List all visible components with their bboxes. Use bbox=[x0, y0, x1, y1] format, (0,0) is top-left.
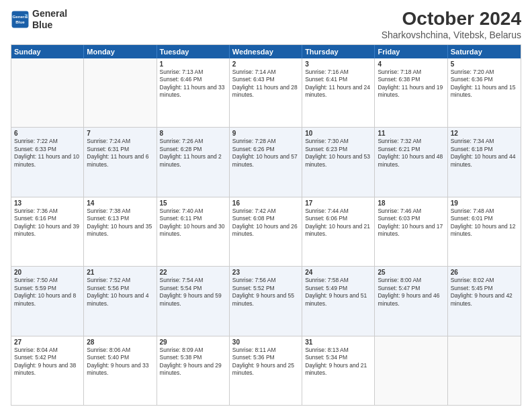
empty-cell bbox=[375, 336, 447, 405]
day-number: 10 bbox=[305, 130, 371, 137]
day-info: Sunrise: 7:26 AM Sunset: 6:28 PM Dayligh… bbox=[160, 138, 226, 169]
day-info: Sunrise: 7:34 AM Sunset: 6:18 PM Dayligh… bbox=[451, 138, 518, 169]
day-info: Sunrise: 8:02 AM Sunset: 5:45 PM Dayligh… bbox=[451, 277, 518, 308]
day-info: Sunrise: 7:13 AM Sunset: 6:46 PM Dayligh… bbox=[160, 68, 226, 99]
day-cell-8: 8Sunrise: 7:26 AM Sunset: 6:28 PM Daylig… bbox=[157, 128, 230, 196]
day-cell-31: 31Sunrise: 8:13 AM Sunset: 5:34 PM Dayli… bbox=[302, 336, 375, 405]
title-section: October 2024 Sharkovshchina, Vitebsk, Be… bbox=[382, 8, 521, 40]
svg-text:Blue: Blue bbox=[15, 19, 25, 24]
day-info: Sunrise: 7:50 AM Sunset: 5:59 PM Dayligh… bbox=[14, 277, 81, 308]
day-info: Sunrise: 7:48 AM Sunset: 6:01 PM Dayligh… bbox=[451, 208, 518, 238]
logo: General Blue General Blue bbox=[11, 8, 67, 31]
calendar: SundayMondayTuesdayWednesdayThursdayFrid… bbox=[11, 44, 521, 406]
day-cell-14: 14Sunrise: 7:38 AM Sunset: 6:13 PM Dayli… bbox=[84, 197, 157, 266]
calendar-row: 20Sunrise: 7:50 AM Sunset: 5:59 PM Dayli… bbox=[11, 267, 521, 336]
day-cell-3: 3Sunrise: 7:16 AM Sunset: 6:41 PM Daylig… bbox=[302, 58, 375, 127]
day-number: 13 bbox=[14, 199, 81, 207]
calendar-row: 13Sunrise: 7:36 AM Sunset: 6:16 PM Dayli… bbox=[11, 197, 521, 267]
day-info: Sunrise: 7:16 AM Sunset: 6:41 PM Dayligh… bbox=[305, 68, 371, 99]
day-number: 4 bbox=[378, 60, 444, 68]
day-number: 24 bbox=[305, 269, 371, 276]
header-cell-thursday: Thursday bbox=[302, 45, 375, 58]
day-info: Sunrise: 8:04 AM Sunset: 5:42 PM Dayligh… bbox=[14, 347, 81, 377]
day-number: 14 bbox=[87, 199, 153, 207]
empty-cell bbox=[448, 336, 521, 405]
day-number: 20 bbox=[14, 269, 81, 276]
day-info: Sunrise: 7:32 AM Sunset: 6:21 PM Dayligh… bbox=[378, 138, 444, 169]
day-info: Sunrise: 7:22 AM Sunset: 6:33 PM Dayligh… bbox=[14, 138, 81, 169]
day-info: Sunrise: 8:09 AM Sunset: 5:38 PM Dayligh… bbox=[160, 347, 226, 377]
day-info: Sunrise: 8:06 AM Sunset: 5:40 PM Dayligh… bbox=[87, 347, 153, 377]
day-cell-11: 11Sunrise: 7:32 AM Sunset: 6:21 PM Dayli… bbox=[375, 128, 447, 196]
day-number: 11 bbox=[378, 130, 444, 137]
page: General Blue General Blue October 2024 S… bbox=[0, 0, 532, 411]
day-cell-10: 10Sunrise: 7:30 AM Sunset: 6:23 PM Dayli… bbox=[302, 128, 375, 196]
calendar-row: 27Sunrise: 8:04 AM Sunset: 5:42 PM Dayli… bbox=[11, 336, 521, 405]
day-number: 19 bbox=[451, 199, 518, 207]
day-cell-9: 9Sunrise: 7:28 AM Sunset: 6:26 PM Daylig… bbox=[230, 128, 302, 196]
header-cell-saturday: Saturday bbox=[448, 45, 521, 58]
day-cell-1: 1Sunrise: 7:13 AM Sunset: 6:46 PM Daylig… bbox=[157, 58, 230, 127]
day-number: 23 bbox=[232, 269, 299, 276]
day-number: 22 bbox=[160, 269, 226, 276]
day-cell-15: 15Sunrise: 7:40 AM Sunset: 6:11 PM Dayli… bbox=[157, 197, 230, 266]
day-number: 17 bbox=[305, 199, 371, 207]
day-info: Sunrise: 7:56 AM Sunset: 5:52 PM Dayligh… bbox=[232, 277, 299, 308]
day-number: 29 bbox=[160, 338, 226, 346]
day-cell-5: 5Sunrise: 7:20 AM Sunset: 6:36 PM Daylig… bbox=[448, 58, 521, 127]
day-cell-22: 22Sunrise: 7:54 AM Sunset: 5:54 PM Dayli… bbox=[157, 267, 230, 335]
empty-cell bbox=[84, 58, 157, 127]
day-info: Sunrise: 7:52 AM Sunset: 5:56 PM Dayligh… bbox=[87, 277, 153, 308]
day-number: 2 bbox=[232, 60, 299, 68]
day-info: Sunrise: 7:28 AM Sunset: 6:26 PM Dayligh… bbox=[232, 138, 299, 169]
day-number: 6 bbox=[14, 130, 81, 137]
day-number: 3 bbox=[305, 60, 371, 68]
logo-icon: General Blue bbox=[11, 10, 30, 29]
day-number: 21 bbox=[87, 269, 153, 276]
day-cell-16: 16Sunrise: 7:42 AM Sunset: 6:08 PM Dayli… bbox=[230, 197, 302, 266]
day-number: 27 bbox=[14, 338, 81, 346]
day-info: Sunrise: 7:54 AM Sunset: 5:54 PM Dayligh… bbox=[160, 277, 226, 308]
day-cell-30: 30Sunrise: 8:11 AM Sunset: 5:36 PM Dayli… bbox=[230, 336, 302, 405]
day-info: Sunrise: 7:36 AM Sunset: 6:16 PM Dayligh… bbox=[14, 208, 81, 238]
day-number: 5 bbox=[451, 60, 518, 68]
day-cell-17: 17Sunrise: 7:44 AM Sunset: 6:06 PM Dayli… bbox=[302, 197, 375, 266]
day-number: 9 bbox=[232, 130, 299, 137]
day-cell-19: 19Sunrise: 7:48 AM Sunset: 6:01 PM Dayli… bbox=[448, 197, 521, 266]
day-cell-18: 18Sunrise: 7:46 AM Sunset: 6:03 PM Dayli… bbox=[375, 197, 447, 266]
day-number: 1 bbox=[160, 60, 226, 68]
day-number: 16 bbox=[232, 199, 299, 207]
day-cell-25: 25Sunrise: 8:00 AM Sunset: 5:47 PM Dayli… bbox=[375, 267, 447, 335]
header-cell-sunday: Sunday bbox=[11, 45, 84, 58]
day-number: 15 bbox=[160, 199, 226, 207]
header-cell-monday: Monday bbox=[84, 45, 157, 58]
header: General Blue General Blue October 2024 S… bbox=[11, 8, 521, 40]
calendar-header: SundayMondayTuesdayWednesdayThursdayFrid… bbox=[11, 45, 521, 58]
day-info: Sunrise: 7:30 AM Sunset: 6:23 PM Dayligh… bbox=[305, 138, 371, 169]
day-info: Sunrise: 7:20 AM Sunset: 6:36 PM Dayligh… bbox=[451, 68, 518, 99]
logo-text: General Blue bbox=[32, 8, 67, 31]
day-info: Sunrise: 7:24 AM Sunset: 6:31 PM Dayligh… bbox=[87, 138, 153, 169]
day-number: 18 bbox=[378, 199, 444, 207]
day-info: Sunrise: 8:11 AM Sunset: 5:36 PM Dayligh… bbox=[232, 347, 299, 377]
day-number: 8 bbox=[160, 130, 226, 137]
day-cell-29: 29Sunrise: 8:09 AM Sunset: 5:38 PM Dayli… bbox=[157, 336, 230, 405]
calendar-row: 1Sunrise: 7:13 AM Sunset: 6:46 PM Daylig… bbox=[11, 58, 521, 128]
day-info: Sunrise: 7:18 AM Sunset: 6:38 PM Dayligh… bbox=[378, 68, 444, 99]
day-number: 12 bbox=[451, 130, 518, 137]
day-info: Sunrise: 7:14 AM Sunset: 6:43 PM Dayligh… bbox=[232, 68, 299, 99]
day-number: 31 bbox=[305, 338, 371, 346]
day-info: Sunrise: 7:58 AM Sunset: 5:49 PM Dayligh… bbox=[305, 277, 371, 308]
day-cell-28: 28Sunrise: 8:06 AM Sunset: 5:40 PM Dayli… bbox=[84, 336, 157, 405]
day-number: 26 bbox=[451, 269, 518, 276]
header-cell-wednesday: Wednesday bbox=[230, 45, 302, 58]
day-cell-26: 26Sunrise: 8:02 AM Sunset: 5:45 PM Dayli… bbox=[448, 267, 521, 335]
day-cell-6: 6Sunrise: 7:22 AM Sunset: 6:33 PM Daylig… bbox=[11, 128, 84, 196]
day-cell-24: 24Sunrise: 7:58 AM Sunset: 5:49 PM Dayli… bbox=[302, 267, 375, 335]
empty-cell bbox=[11, 58, 84, 127]
day-cell-27: 27Sunrise: 8:04 AM Sunset: 5:42 PM Dayli… bbox=[11, 336, 84, 405]
day-cell-20: 20Sunrise: 7:50 AM Sunset: 5:59 PM Dayli… bbox=[11, 267, 84, 335]
day-cell-2: 2Sunrise: 7:14 AM Sunset: 6:43 PM Daylig… bbox=[230, 58, 302, 127]
day-info: Sunrise: 7:44 AM Sunset: 6:06 PM Dayligh… bbox=[305, 208, 371, 238]
day-number: 30 bbox=[232, 338, 299, 346]
